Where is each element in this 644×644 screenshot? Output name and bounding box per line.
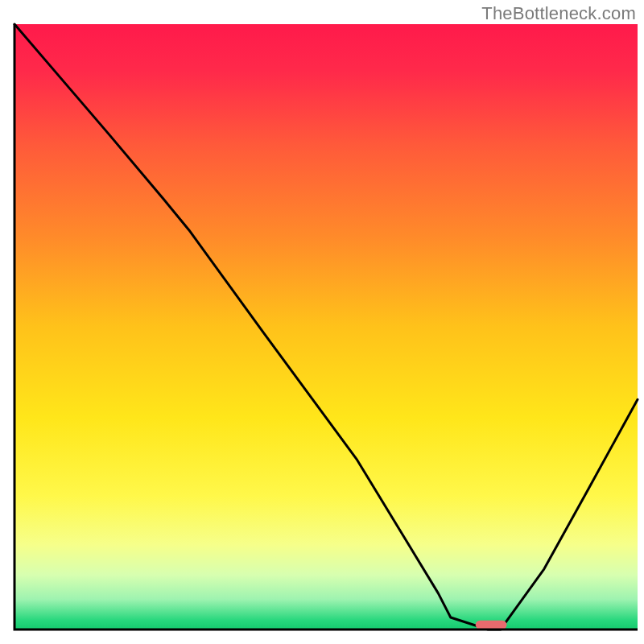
- chart-background: [14, 24, 638, 630]
- marker-pill: [476, 621, 507, 630]
- watermark-label: TheBottleneck.com: [481, 3, 636, 24]
- chart-canvas: [0, 0, 644, 644]
